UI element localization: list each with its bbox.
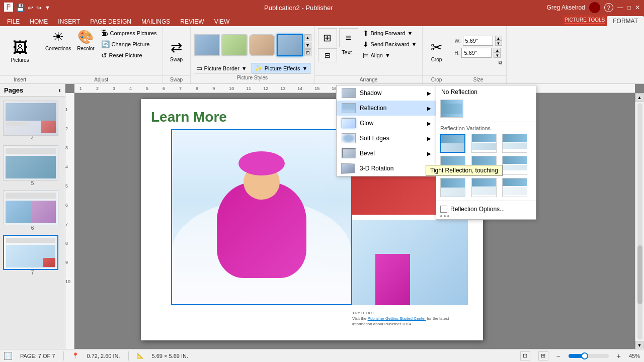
no-reflection-thumb[interactable]	[440, 100, 463, 118]
picture-border-button[interactable]: ▭ Picture Border ▼	[194, 63, 250, 73]
ribbon-group-arrange: ⊞ ⊟ ≡ Text - ⬆ Bring Forward ▼ ⬇ Send Ba…	[315, 26, 423, 83]
recolor-button[interactable]: 🎨 Recolor	[75, 28, 96, 52]
align-button[interactable]: ⊨ Align ▼	[360, 50, 420, 60]
reflection-thumb-full-4pt[interactable]	[471, 178, 497, 197]
close-button[interactable]: ✕	[635, 4, 640, 11]
zoom-out-button[interactable]: −	[556, 352, 560, 360]
picture-effects-dropdown: Shadow ▶ Reflection ▶ Glow ▶ Soft Edges …	[336, 85, 437, 176]
send-backward-button[interactable]: ⬇ Send Backward ▼	[360, 39, 420, 49]
reflection-thumb-tight-touching[interactable]	[440, 134, 465, 153]
corrections-button[interactable]: ☀ Corrections	[43, 28, 73, 52]
menu-item-bevel[interactable]: Bevel ▶	[337, 146, 436, 161]
main-photo[interactable]	[171, 129, 352, 305]
height-spin-buttons[interactable]: ▲ ▼	[494, 48, 501, 58]
save-icon[interactable]: 💾	[16, 4, 25, 12]
view-double-button[interactable]: ⊞	[538, 351, 548, 360]
insert-group-label: Insert	[0, 75, 40, 83]
width-input[interactable]: 5.69"	[463, 36, 493, 46]
size-info: 5.69 × 5.69 IN.	[152, 353, 188, 359]
styles-down-button[interactable]: ▼	[304, 42, 311, 49]
size-icon: 📐	[137, 352, 144, 359]
styles-up-button[interactable]: ▲	[304, 34, 311, 41]
vertical-scrollbar[interactable]: ▲ ▼	[635, 93, 644, 350]
page-thumb-7[interactable]: 7	[3, 235, 62, 276]
page-num-5: 5	[3, 180, 62, 186]
swap-button[interactable]: ⇄ Swap	[170, 39, 183, 62]
position-info: 0.72, 2.60 IN.	[87, 353, 120, 359]
reflection-options-checkbox[interactable]	[440, 206, 447, 213]
no-reflection-item[interactable]: No Reflection	[436, 85, 536, 99]
reflection-thumb-tight-8pt[interactable]	[502, 134, 527, 153]
reflection-options-button[interactable]: Reflection Options...	[436, 203, 536, 215]
page-num-7: 7	[3, 270, 62, 276]
tab-view[interactable]: VIEW	[209, 17, 235, 26]
page-thumb-5[interactable]: 5	[3, 145, 62, 186]
reflection-thumb-full-8pt[interactable]	[502, 178, 527, 197]
reflection-thumb-tight-4pt[interactable]	[471, 134, 497, 153]
menu-item-3d-rotation[interactable]: 3-D Rotation ▶	[337, 161, 436, 176]
minimize-button[interactable]: —	[617, 4, 623, 11]
width-spin-buttons[interactable]: ▲ ▼	[495, 36, 502, 46]
menu-item-glow[interactable]: Glow ▶	[337, 116, 436, 131]
wrap-text-button[interactable]: ≡	[339, 28, 358, 47]
view-single-button[interactable]: ⊡	[520, 351, 530, 360]
crop-button[interactable]: ✂ Crop	[431, 39, 442, 62]
position-icon: 📍	[72, 352, 79, 359]
learn-more-text: Learn More	[151, 109, 227, 125]
picture-styles-group-label: Picture Styles	[194, 73, 311, 81]
ribbon: 🖼 Pictures Insert ☀ Corrections 🎨 Recolo…	[0, 26, 644, 84]
tab-format[interactable]: FORMAT	[607, 16, 644, 26]
size-dialog-button[interactable]: ⧉	[454, 60, 502, 66]
menu-item-shadow[interactable]: Shadow ▶	[337, 85, 436, 101]
tab-insert[interactable]: INSERT	[53, 17, 85, 26]
page-thumb-6[interactable]: 6	[3, 190, 62, 231]
tab-mailings[interactable]: MAILINGS	[136, 17, 175, 26]
bottom-photo[interactable]	[352, 220, 468, 305]
style-thumb-4[interactable]	[277, 34, 303, 56]
undo-icon[interactable]: ↩	[28, 4, 33, 12]
zoom-slider[interactable]	[569, 354, 609, 358]
tab-page-design[interactable]: PAGE DESIGN	[85, 17, 136, 26]
menu-item-soft-edges[interactable]: Soft Edges ▶	[337, 131, 436, 146]
ribbon-group-swap: ⇄ Swap Swap	[163, 26, 191, 83]
page-thumb-4[interactable]: 4	[3, 101, 62, 141]
change-picture-button[interactable]: 🔄 Change Picture	[99, 39, 159, 49]
thumbnails-button[interactable]: ⊟	[318, 48, 337, 62]
customize-icon[interactable]: ▼	[45, 5, 50, 11]
title-bar-right: Greg Akselrod ? — □ ✕	[547, 2, 640, 13]
reflection-thumb-full-touching[interactable]	[440, 178, 465, 197]
styles-more-button[interactable]: ⊡	[304, 49, 311, 56]
ribbon-group-crop: ✂ Crop Crop	[423, 26, 450, 83]
help-icon[interactable]: ?	[604, 3, 613, 12]
height-input[interactable]: 5.69"	[461, 48, 492, 58]
adjust-group-label: Adjust	[40, 75, 163, 83]
pages-panel-header: Pages ‹	[0, 84, 65, 97]
redo-icon[interactable]: ↪	[36, 4, 42, 12]
text-button[interactable]: Text -	[340, 48, 357, 56]
pictures-button[interactable]: 🖼 Pictures	[9, 38, 31, 64]
tab-file[interactable]: FILE	[2, 17, 25, 26]
arrange-group-label: Arrange	[315, 75, 423, 83]
reflection-thumb-half-8pt[interactable]	[502, 156, 527, 175]
menu-item-reflection[interactable]: Reflection ▶	[337, 101, 436, 116]
arrange-button[interactable]: ⊞	[318, 28, 337, 47]
bring-forward-button[interactable]: ⬆ Bring Forward ▼	[360, 28, 420, 38]
small-text-area: TRY IT OUT Visit the Publisher Getting S…	[352, 310, 468, 330]
page-info: PAGE: 7 OF 7	[20, 353, 55, 359]
tab-review[interactable]: REVIEW	[175, 17, 209, 26]
title-bar-left: 🅿 💾 ↩ ↪ ▼	[4, 3, 50, 13]
title-bar: 🅿 💾 ↩ ↪ ▼ Publication2 - Publisher Greg …	[0, 0, 644, 15]
page-status-icon: 📄	[4, 352, 12, 360]
compress-pictures-button[interactable]: 🗜 Compress Pictures	[99, 28, 159, 38]
pages-collapse-button[interactable]: ‹	[58, 86, 61, 94]
reset-picture-button[interactable]: ↺ Reset Picture	[99, 50, 159, 60]
style-thumb-3[interactable]	[249, 34, 275, 56]
tab-home[interactable]: HOME	[25, 17, 53, 26]
style-thumb-1[interactable]	[194, 34, 220, 56]
page-num-6: 6	[3, 225, 62, 231]
zoom-in-button[interactable]: +	[617, 352, 621, 360]
picture-effects-button[interactable]: ✨ Picture Effects ▼	[252, 63, 311, 73]
maximize-button[interactable]: □	[627, 4, 631, 11]
status-bar: 📄 PAGE: 7 OF 7 📍 0.72, 2.60 IN. 📐 5.69 ×…	[0, 349, 644, 362]
style-thumb-2[interactable]	[221, 34, 248, 56]
